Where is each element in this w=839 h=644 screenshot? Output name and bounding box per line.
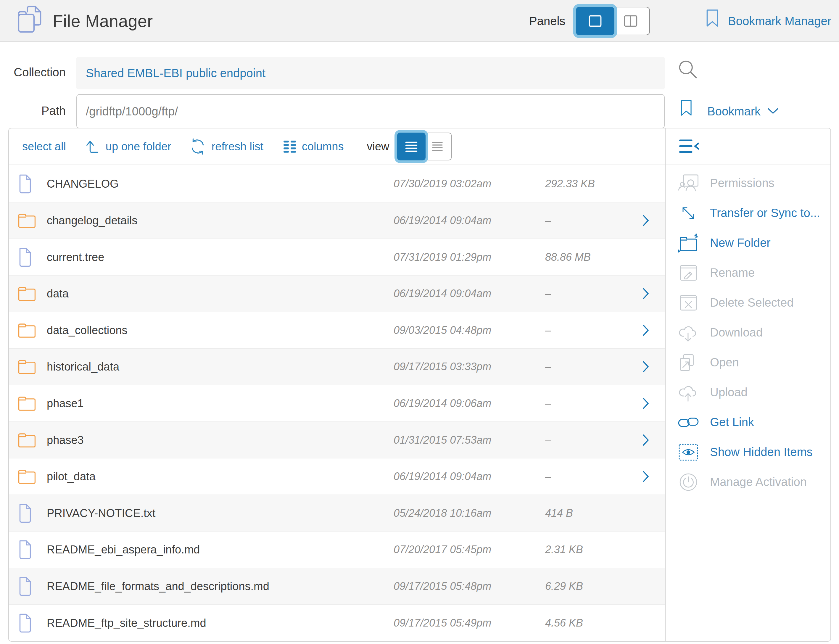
select-all-button[interactable]: select all [22, 140, 66, 153]
dual-panel-button[interactable] [611, 7, 650, 35]
file-size: 6.29 KB [545, 580, 583, 593]
refresh-list-label: refresh list [212, 140, 263, 153]
chevron-right-icon[interactable] [642, 434, 651, 446]
sidebar-item-permissions[interactable]: Permissions [666, 168, 831, 198]
path-label: Path [0, 104, 66, 118]
sidebar-item-delete-selected[interactable]: Delete Selected [666, 288, 831, 317]
app-header: File Manager Panels [0, 0, 839, 42]
bookmark-dropdown[interactable]: Bookmark [680, 94, 779, 128]
file-date: 09/17/2015 05:48pm [394, 580, 491, 593]
folder-icon [18, 359, 36, 375]
table-row[interactable]: pilot_data 06/19/2014 09:04am – [9, 458, 665, 495]
collection-field[interactable]: Shared EMBL-EBI public endpoint [76, 57, 665, 89]
collection-value: Shared EMBL-EBI public endpoint [86, 67, 266, 80]
path-input[interactable] [76, 94, 665, 128]
collapse-sidebar-icon[interactable] [679, 138, 701, 155]
columns-button[interactable]: columns [302, 140, 344, 153]
file-icon [18, 540, 33, 559]
file-size: – [545, 214, 551, 227]
file-date: 05/24/2018 10:16am [394, 507, 491, 519]
bookmark-label: Bookmark [707, 105, 760, 118]
chevron-right-icon[interactable] [642, 360, 651, 373]
permissions-icon [677, 172, 700, 194]
file-name: phase3 [47, 434, 84, 446]
single-panel-icon [588, 14, 603, 28]
table-row[interactable]: README_ebi_aspera_info.md 07/20/2017 05:… [9, 531, 665, 568]
file-date: 06/19/2014 09:04am [394, 470, 491, 483]
condensed-view-button[interactable] [423, 133, 452, 160]
file-name: README_ftp_site_structure.md [47, 616, 206, 629]
file-icon [18, 577, 33, 596]
sidebar-item-open[interactable]: Open [666, 347, 831, 377]
file-name: data [47, 288, 69, 300]
table-row[interactable]: CHANGELOG 07/30/2019 03:02am 292.33 KB [9, 166, 665, 202]
refresh-icon [189, 138, 206, 155]
show-hidden-icon [677, 441, 700, 463]
page-title: File Manager [53, 0, 153, 42]
table-row[interactable]: README_file_formats_and_descriptions.md … [9, 568, 665, 605]
chevron-right-icon[interactable] [642, 288, 651, 300]
table-row[interactable]: PRIVACY-NOTICE.txt 05/24/2018 10:16am 41… [9, 495, 665, 531]
file-name: phase1 [47, 397, 84, 410]
new-folder-icon [677, 232, 700, 254]
file-name: changelog_details [47, 214, 137, 227]
table-row[interactable]: README_ftp_site_structure.md 09/17/2015 … [9, 605, 665, 641]
table-row[interactable]: data 06/19/2014 09:04am – [9, 275, 665, 312]
sidebar-item-download[interactable]: Download [666, 317, 831, 347]
file-size: – [545, 470, 551, 483]
sidebar-item-label: Open [710, 356, 739, 369]
sidebar-item-manage-activation[interactable]: Manage Activation [666, 467, 831, 497]
sidebar-item-show-hidden-items[interactable]: Show Hidden Items [666, 437, 831, 467]
get-link-icon [677, 411, 700, 433]
file-size: 2.31 KB [545, 544, 583, 556]
sidebar-item-label: Delete Selected [710, 296, 793, 309]
delete-selected-icon [677, 292, 700, 314]
file-name: README_ebi_aspera_info.md [47, 544, 200, 556]
sidebar-item-label: Show Hidden Items [710, 445, 813, 459]
table-row[interactable]: phase1 06/19/2014 09:06am – [9, 385, 665, 422]
sidebar-item-rename[interactable]: Rename [666, 258, 831, 288]
sidebar-item-new-folder[interactable]: New Folder [666, 228, 831, 258]
single-panel-button[interactable] [576, 7, 614, 35]
table-row[interactable]: data_collections 09/03/2015 04:48pm – [9, 312, 665, 348]
open-icon [677, 352, 700, 373]
panels-group: Panels [529, 0, 650, 42]
table-row[interactable]: phase3 01/31/2015 07:53am – [9, 421, 665, 458]
sidebar-item-get-link[interactable]: Get Link [666, 407, 831, 437]
condensed-view-icon [431, 141, 444, 153]
file-date: 07/31/2019 01:29pm [394, 251, 491, 263]
search-icon[interactable] [677, 59, 698, 80]
file-date: 06/19/2014 09:06am [394, 397, 491, 410]
file-date: 09/17/2015 05:49pm [394, 617, 491, 629]
manage-activation-icon [677, 471, 700, 493]
list-view-button[interactable] [397, 133, 425, 160]
file-date: 01/31/2015 07:53am [394, 434, 491, 446]
file-size: – [545, 288, 551, 300]
bookmark-manager-link[interactable]: Bookmark Manager [706, 0, 831, 42]
up-one-folder-button[interactable]: up one folder [106, 140, 171, 153]
chevron-right-icon[interactable] [642, 324, 651, 337]
sidebar-item-label: Rename [710, 266, 755, 279]
folder-icon [18, 322, 36, 338]
file-size: – [545, 434, 551, 446]
sidebar-item-transfer-or-sync-to[interactable]: Transfer or Sync to... [666, 198, 831, 228]
table-row[interactable]: historical_data 09/17/2015 03:33pm – [9, 348, 665, 385]
chevron-right-icon[interactable] [642, 214, 651, 227]
file-size: 88.86 MB [545, 251, 591, 263]
file-size: – [545, 360, 551, 373]
chevron-right-icon[interactable] [642, 397, 651, 410]
table-row[interactable]: changelog_details 06/19/2014 09:04am – [9, 202, 665, 239]
folder-icon [18, 212, 36, 228]
columns-icon [282, 139, 297, 154]
file-name: PRIVACY-NOTICE.txt [47, 507, 155, 519]
up-one-folder-icon [84, 139, 100, 154]
sidebar-item-label: New Folder [710, 236, 771, 250]
collection-label: Collection [0, 66, 66, 79]
refresh-list-button[interactable]: refresh list [212, 140, 263, 153]
sidebar-item-upload[interactable]: Upload [666, 377, 831, 407]
chevron-right-icon[interactable] [642, 470, 651, 483]
table-row[interactable]: current.tree 07/31/2019 01:29pm 88.86 MB [9, 238, 665, 275]
file-browser-panel: select all up one folder [8, 128, 831, 642]
folder-icon [18, 432, 36, 448]
sidebar-item-label: Permissions [710, 176, 775, 190]
